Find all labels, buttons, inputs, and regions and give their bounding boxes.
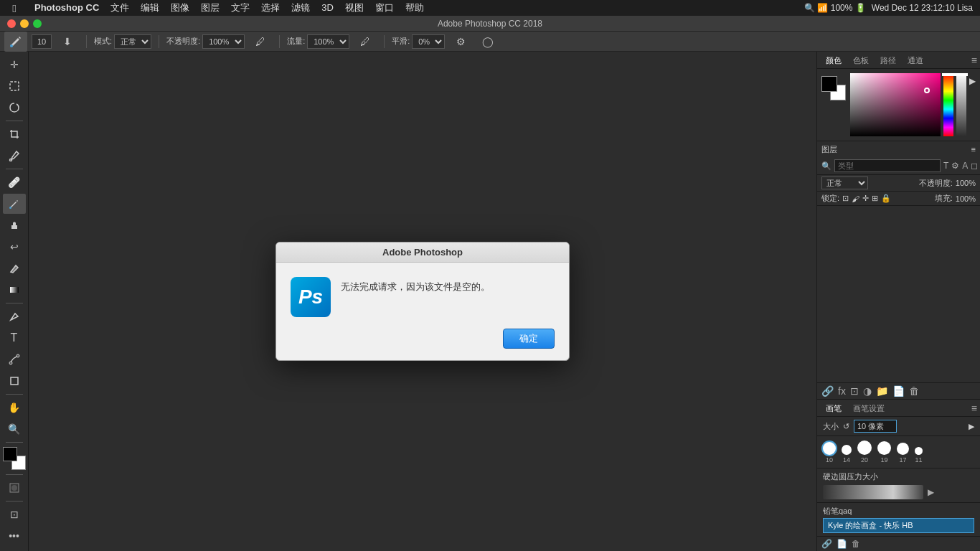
- brush-preset-14[interactable]: 14: [842, 445, 852, 463]
- color-gradient-picker[interactable]: [850, 73, 941, 136]
- flow-pressure[interactable]: 🖊: [354, 32, 377, 52]
- lock-all-icon[interactable]: 🔒: [881, 194, 891, 203]
- brush-extra[interactable]: ◯: [476, 32, 499, 52]
- lock-brush-icon[interactable]: 🖌: [852, 194, 859, 203]
- mode-select[interactable]: 正常: [114, 34, 151, 49]
- brush-add-icon[interactable]: 📄: [837, 539, 847, 549]
- smooth-select[interactable]: 0%: [412, 34, 445, 49]
- color-panel: 颜色 色板 路径 通道 ≡: [817, 52, 980, 141]
- menu-window[interactable]: 窗口: [369, 0, 400, 16]
- tab-brush-settings[interactable]: 画笔设置: [847, 400, 890, 417]
- crop-tool[interactable]: [3, 124, 26, 144]
- brush-size-display[interactable]: 10: [32, 34, 52, 49]
- brush-tool-active[interactable]: [4, 32, 27, 52]
- stamp-tool[interactable]: [3, 215, 26, 235]
- brush-size-expand-icon[interactable]: ▶: [969, 422, 974, 431]
- gradient-tool[interactable]: [3, 280, 26, 300]
- menu-3d[interactable]: 3D: [316, 0, 339, 16]
- new-group-icon[interactable]: 📁: [876, 385, 888, 397]
- menu-text[interactable]: 文字: [225, 0, 255, 16]
- dialog-confirm-button[interactable]: 确定: [503, 329, 555, 349]
- brush-kyle-item[interactable]: Kyle 的绘画盒 - 快乐 HB: [823, 518, 974, 533]
- fx-icon[interactable]: fx: [838, 385, 846, 397]
- tab-paths[interactable]: 路径: [875, 52, 902, 69]
- brush-options[interactable]: ⬇: [56, 32, 79, 52]
- layer-type-icon[interactable]: T: [943, 159, 948, 172]
- menu-file[interactable]: 文件: [105, 0, 135, 16]
- menu-edit[interactable]: 编辑: [135, 0, 165, 16]
- selection-tool[interactable]: [3, 76, 26, 96]
- brush-preset-20[interactable]: 20: [857, 441, 872, 463]
- tab-brush[interactable]: 画笔: [820, 400, 847, 417]
- layer-search-input[interactable]: [834, 159, 941, 172]
- hue-slider[interactable]: [943, 73, 953, 136]
- menu-filter[interactable]: 滤镜: [286, 0, 316, 16]
- add-adjustment-icon[interactable]: ◑: [863, 385, 872, 397]
- brush-link-icon[interactable]: 🔗: [821, 539, 832, 549]
- shape-tool[interactable]: [3, 371, 26, 391]
- opacity-slider[interactable]: [956, 73, 966, 136]
- close-button[interactable]: [7, 19, 16, 28]
- add-mask-icon[interactable]: ⊡: [850, 385, 859, 397]
- saturation-field[interactable]: [850, 73, 941, 136]
- brush-size-input[interactable]: [854, 420, 897, 433]
- lasso-tool[interactable]: [3, 98, 26, 118]
- lock-artboard-icon[interactable]: ⊞: [872, 194, 878, 203]
- layer-shape-icon[interactable]: ◻: [971, 159, 978, 172]
- eyedropper-tool[interactable]: [3, 146, 26, 166]
- delete-layer-icon[interactable]: 🗑: [909, 385, 919, 397]
- brush-preset-selected[interactable]: 10: [823, 442, 836, 463]
- canvas-area[interactable]: Adobe Photoshop Ps 无法完成请求，因为该文件是空的。 确定: [29, 52, 816, 551]
- opacity-pressure[interactable]: 🖊: [249, 32, 272, 52]
- hand-tool[interactable]: ✋: [3, 397, 26, 418]
- menu-view[interactable]: 视图: [339, 0, 369, 16]
- brush-preset-11[interactable]: 11: [915, 447, 923, 463]
- extra-tools[interactable]: •••: [3, 526, 26, 546]
- lock-move-icon[interactable]: ✛: [862, 194, 869, 203]
- flow-select[interactable]: 100%: [307, 34, 349, 49]
- menu-photoshop[interactable]: Photoshop CC: [29, 0, 105, 16]
- link-layers-icon[interactable]: 🔗: [821, 385, 834, 397]
- color-swatch-container[interactable]: [821, 76, 847, 102]
- quick-mask-tool[interactable]: [3, 478, 26, 498]
- color-panel-menu[interactable]: ≡: [971, 55, 977, 66]
- menu-image[interactable]: 图像: [165, 0, 195, 16]
- tab-color[interactable]: 颜色: [820, 52, 847, 69]
- tab-channels[interactable]: 通道: [902, 52, 929, 69]
- menu-select[interactable]: 选择: [255, 0, 286, 16]
- opacity-select[interactable]: 100%: [202, 34, 245, 49]
- maximize-button[interactable]: [33, 19, 42, 28]
- history-tool[interactable]: ↩: [3, 237, 26, 257]
- healing-tool[interactable]: 🩹: [3, 172, 26, 192]
- path-tool[interactable]: [3, 349, 26, 369]
- color-swatches[interactable]: [3, 447, 26, 470]
- brush-preset-19[interactable]: 19: [877, 441, 891, 463]
- tab-swatches[interactable]: 色板: [847, 52, 875, 69]
- lock-transparent-icon[interactable]: ⊡: [842, 194, 849, 203]
- layer-adjust-icon[interactable]: ⚙: [951, 159, 959, 172]
- foreground-color[interactable]: [821, 76, 837, 92]
- text-tool[interactable]: T: [3, 328, 26, 348]
- menu-help[interactable]: 帮助: [400, 0, 430, 16]
- minimize-button[interactable]: [20, 19, 29, 28]
- brush-tool[interactable]: [3, 194, 26, 214]
- new-layer-icon[interactable]: 📄: [892, 385, 905, 397]
- eraser-tool[interactable]: [3, 258, 26, 278]
- menu-layer[interactable]: 图层: [195, 0, 225, 16]
- foreground-color-swatch[interactable]: [3, 447, 17, 461]
- pressure-expand-icon[interactable]: ▶: [928, 487, 934, 497]
- move-tool[interactable]: ✛: [3, 55, 26, 75]
- brush-delete-icon[interactable]: 🗑: [852, 539, 860, 549]
- layer-blend-mode[interactable]: 正常: [821, 176, 868, 189]
- layer-text-icon[interactable]: A: [962, 159, 968, 172]
- smooth-settings[interactable]: ⚙: [449, 32, 472, 52]
- screen-mode[interactable]: ⊡: [3, 504, 26, 524]
- color-expand-icon[interactable]: ▶: [969, 73, 976, 86]
- zoom-tool[interactable]: 🔍: [3, 419, 26, 439]
- pen-tool[interactable]: [3, 306, 26, 326]
- brush-panel-menu[interactable]: ≡: [971, 402, 977, 414]
- brush-preset-17[interactable]: 17: [897, 443, 909, 463]
- apple-logo[interactable]: : [0, 2, 29, 14]
- reset-size-icon[interactable]: ↺: [843, 422, 849, 431]
- layer-panel-menu[interactable]: ≡: [971, 145, 976, 154]
